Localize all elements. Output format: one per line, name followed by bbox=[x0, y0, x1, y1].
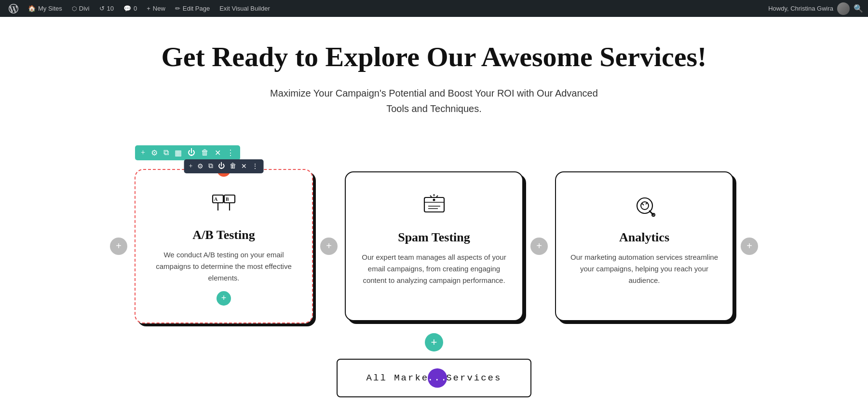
comments-link[interactable]: 💬 0 bbox=[120, 0, 141, 17]
hero-subtitle: Maximize Your Campaign's Potential and B… bbox=[265, 85, 603, 116]
edit-page-link[interactable]: ✏ Edit Page bbox=[171, 0, 214, 17]
service-card-spam-testing: Spam Testing Our expert team manages all… bbox=[345, 171, 523, 321]
divi-icon: ⬡ bbox=[72, 5, 77, 12]
card-title-analytics: Analytics bbox=[570, 230, 718, 245]
my-sites-label: My Sites bbox=[38, 5, 62, 12]
ab-testing-icon: A B bbox=[209, 189, 238, 218]
exit-builder-label: Exit Visual Builder bbox=[219, 5, 270, 12]
cta-text-before: All Marke bbox=[366, 373, 429, 383]
mod-settings-icon[interactable]: ⚙ bbox=[197, 162, 203, 170]
avatar[interactable] bbox=[837, 2, 850, 15]
add-col-middle-left-button[interactable]: + bbox=[320, 238, 338, 255]
svg-point-10 bbox=[433, 199, 435, 201]
hero-section: Get Ready to Explore Our Awesome Service… bbox=[145, 17, 723, 145]
user-greeting: Howdy, Christina Gwira bbox=[768, 5, 833, 12]
add-col-left-button[interactable]: + bbox=[110, 238, 127, 255]
updates-icon: ↺ bbox=[99, 5, 105, 12]
row-toggle-icon[interactable]: ⏻ bbox=[188, 148, 195, 157]
exit-builder-link[interactable]: Exit Visual Builder bbox=[216, 0, 274, 17]
mod-copy-icon[interactable]: ⧉ bbox=[208, 162, 213, 170]
row-settings-icon[interactable]: ⚙ bbox=[151, 148, 158, 157]
service-card-analytics: Analytics Our marketing automation servi… bbox=[555, 171, 733, 321]
updates-link[interactable]: ↺ 10 bbox=[95, 0, 118, 17]
svg-text:A: A bbox=[214, 196, 218, 202]
comments-icon: 💬 bbox=[123, 5, 131, 12]
mod-delete-icon[interactable]: 🗑 bbox=[230, 162, 236, 170]
service-card-ab-testing: + ⚙ ⧉ ⏻ 🗑 ✕ ⋮ 1 A bbox=[135, 169, 313, 323]
services-row: + + ⚙ ⧉ ⏻ 🗑 ✕ ⋮ 1 bbox=[116, 169, 752, 323]
mod-close-icon[interactable]: ✕ bbox=[241, 162, 247, 170]
cta-text-after: Services bbox=[446, 373, 502, 383]
mod-add-icon[interactable]: + bbox=[189, 162, 193, 170]
search-icon[interactable]: 🔍 bbox=[854, 4, 863, 13]
comments-count: 0 bbox=[134, 5, 137, 12]
plus-icon: + bbox=[147, 5, 150, 12]
module-toolbar: + ⚙ ⧉ ⏻ 🗑 ✕ ⋮ bbox=[184, 159, 264, 173]
spam-testing-icon bbox=[420, 192, 448, 221]
row-grid-icon[interactable]: ▦ bbox=[175, 148, 182, 157]
svg-text:B: B bbox=[226, 196, 229, 202]
admin-bar: 🏠 My Sites ⬡ Divi ↺ 10 💬 0 + New ✏ Edit … bbox=[0, 0, 868, 17]
svg-line-13 bbox=[650, 211, 653, 215]
add-row-button[interactable]: + bbox=[425, 333, 443, 351]
my-sites-link[interactable]: 🏠 My Sites bbox=[24, 0, 66, 17]
row-delete-icon[interactable]: 🗑 bbox=[201, 148, 209, 157]
row-more-icon[interactable]: ⋮ bbox=[227, 148, 234, 157]
card-desc-spam-testing: Our expert team manages all aspects of y… bbox=[360, 252, 508, 286]
mod-more-icon[interactable]: ⋮ bbox=[252, 162, 258, 170]
add-row-container: + bbox=[116, 333, 752, 351]
card-desc-ab-testing: We conduct A/B testing on your email cam… bbox=[150, 249, 298, 284]
wp-logo-link[interactable] bbox=[5, 0, 22, 17]
edit-icon: ✏ bbox=[175, 5, 180, 12]
new-link[interactable]: + New bbox=[143, 0, 169, 17]
home-icon: 🏠 bbox=[28, 5, 36, 12]
row-add-icon[interactable]: + bbox=[141, 148, 145, 157]
card-desc-analytics: Our marketing automation services stream… bbox=[570, 252, 718, 286]
add-col-middle-right-button[interactable]: + bbox=[530, 238, 548, 255]
card-title-spam-testing: Spam Testing bbox=[360, 230, 508, 245]
analytics-icon bbox=[630, 192, 659, 221]
page-content: Get Ready to Explore Our Awesome Service… bbox=[0, 0, 868, 407]
cta-dots-button[interactable]: ... bbox=[428, 368, 447, 388]
add-module-button-ab-testing[interactable]: + bbox=[217, 291, 231, 306]
hero-title: Get Ready to Explore Our Awesome Service… bbox=[154, 41, 714, 73]
row-close-icon[interactable]: ✕ bbox=[215, 148, 221, 157]
divi-link[interactable]: ⬡ Divi bbox=[68, 0, 94, 17]
edit-page-label: Edit Page bbox=[183, 5, 210, 12]
card-title-ab-testing: A/B Testing bbox=[150, 228, 298, 242]
divi-label: Divi bbox=[79, 5, 90, 12]
cta-button[interactable]: All Marke ... Services bbox=[337, 359, 532, 397]
cta-container: All Marke ... Services bbox=[116, 359, 752, 397]
row-toolbar: + ⚙ ⧉ ▦ ⏻ 🗑 ✕ ⋮ bbox=[135, 145, 240, 160]
updates-count: 10 bbox=[107, 5, 114, 12]
admin-bar-right: Howdy, Christina Gwira 🔍 bbox=[768, 2, 863, 15]
add-col-right-button[interactable]: + bbox=[741, 238, 758, 255]
new-label: New bbox=[153, 5, 165, 12]
cta-dots-label: ... bbox=[427, 373, 448, 383]
mod-toggle-icon[interactable]: ⏻ bbox=[218, 162, 225, 170]
services-section: + ⚙ ⧉ ▦ ⏻ 🗑 ✕ ⋮ + + ⚙ ⧉ ⏻ 🗑 bbox=[96, 145, 772, 407]
row-copy-icon[interactable]: ⧉ bbox=[163, 148, 169, 157]
